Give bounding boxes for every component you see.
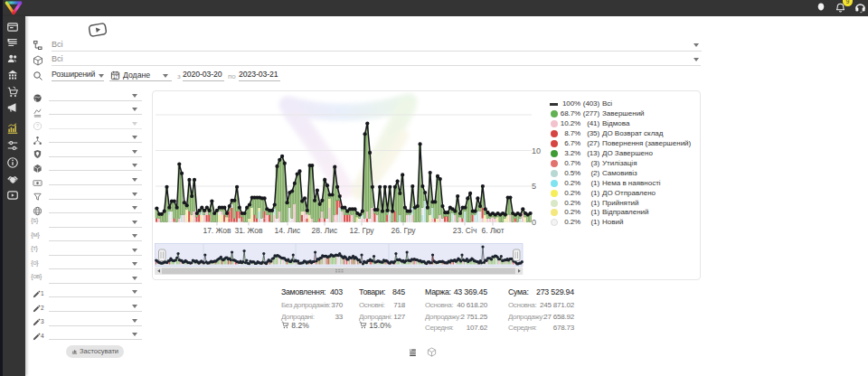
svg-text:6. Лют: 6. Лют xyxy=(481,226,504,235)
svg-text:14. Лис: 14. Лис xyxy=(275,226,302,235)
svg-text:26. Гру: 26. Гру xyxy=(391,226,416,235)
svg-text:28. Лис: 28. Лис xyxy=(312,226,339,235)
svg-text:x: x xyxy=(286,324,288,327)
svg-text:?: ? xyxy=(36,124,39,129)
svg-text:17: 17 xyxy=(113,75,118,80)
svg-text:5: 5 xyxy=(532,182,536,191)
svg-text:23. Січ: 23. Січ xyxy=(453,226,477,235)
svg-text:0: 0 xyxy=(532,218,536,227)
svg-text:x: x xyxy=(363,324,365,327)
svg-text:17. Жов: 17. Жов xyxy=(203,226,231,235)
svg-text:12. Гру: 12. Гру xyxy=(349,226,374,235)
svg-text:10: 10 xyxy=(532,146,541,155)
svg-text:31. Жов: 31. Жов xyxy=(234,226,263,235)
